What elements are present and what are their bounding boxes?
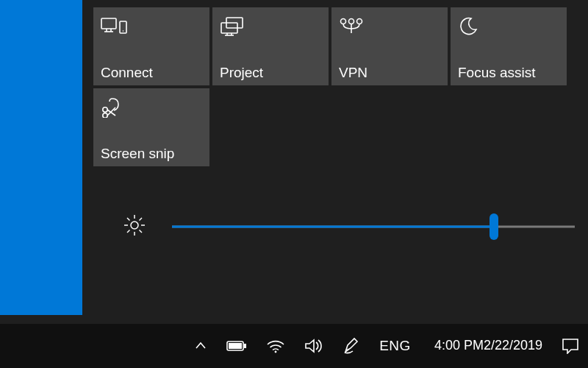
taskbar: ENG 4:00 PM 2/22/2019	[0, 324, 588, 368]
tile-label: Project	[220, 65, 321, 81]
pen-icon[interactable]	[343, 337, 360, 355]
wifi-icon[interactable]	[266, 339, 285, 353]
svg-point-5	[123, 30, 124, 32]
slider-fill	[172, 226, 494, 228]
svg-point-13	[357, 19, 362, 24]
tile-connect[interactable]: Connect	[93, 7, 209, 85]
language-label: ENG	[379, 338, 411, 354]
tray-overflow-chevron-icon[interactable]	[194, 339, 207, 353]
svg-point-12	[349, 19, 354, 24]
vpn-icon	[339, 13, 440, 40]
tile-focus-assist[interactable]: Focus assist	[451, 7, 567, 85]
svg-line-25	[140, 230, 143, 233]
tile-label: Focus assist	[458, 65, 559, 81]
brightness-slider[interactable]	[172, 210, 575, 243]
svg-rect-29	[244, 344, 246, 348]
action-center-panel: Connect Project	[82, 0, 588, 315]
tile-label: Connect	[101, 65, 202, 81]
tile-vpn[interactable]: VPN	[331, 7, 448, 85]
svg-line-26	[140, 218, 143, 221]
moon-icon	[458, 13, 559, 40]
svg-point-19	[131, 222, 138, 229]
brightness-slider-row	[123, 210, 575, 243]
svg-line-27	[127, 230, 130, 233]
desktop-root: Connect Project	[0, 0, 588, 368]
quick-action-tiles: Connect Project	[93, 7, 567, 166]
connect-icon	[101, 13, 202, 40]
svg-line-24	[127, 218, 130, 221]
snip-icon	[101, 94, 202, 121]
tile-screen-snip[interactable]: Screen snip	[93, 88, 209, 166]
slider-thumb[interactable]	[490, 213, 498, 240]
svg-point-31	[275, 351, 277, 353]
language-indicator[interactable]: ENG	[379, 338, 411, 354]
action-center-icon[interactable]	[562, 338, 579, 354]
svg-point-16	[103, 113, 107, 118]
project-icon	[220, 13, 321, 40]
clock-date: 2/22/2019	[484, 338, 542, 354]
volume-icon[interactable]	[304, 338, 323, 354]
svg-point-11	[341, 19, 346, 24]
svg-point-15	[103, 107, 107, 112]
tile-label: Screen snip	[101, 146, 202, 162]
svg-rect-0	[101, 18, 116, 29]
svg-rect-30	[229, 343, 242, 349]
svg-marker-32	[306, 340, 314, 352]
battery-icon[interactable]	[226, 339, 247, 353]
tile-project[interactable]: Project	[212, 7, 329, 85]
clock[interactable]: 4:00 PM 2/22/2019	[434, 338, 542, 354]
system-tray: ENG 4:00 PM 2/22/2019	[194, 337, 579, 355]
accent-strip	[0, 0, 82, 315]
clock-time: 4:00 PM	[434, 338, 484, 354]
tile-label: VPN	[339, 65, 440, 81]
brightness-icon	[123, 214, 146, 239]
